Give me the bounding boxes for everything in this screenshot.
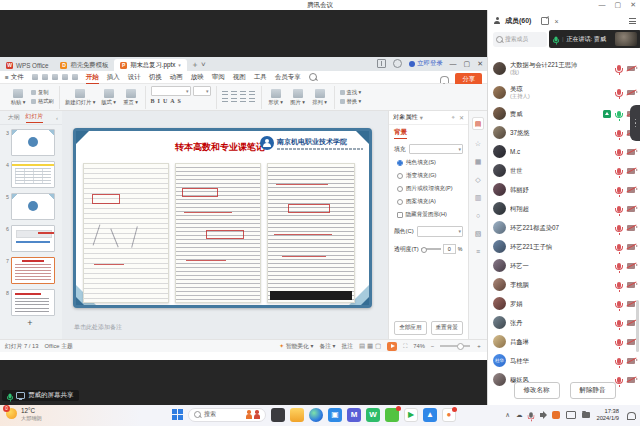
props-button-重置背景[interactable]: 重置背景	[431, 321, 463, 335]
member-row[interactable]: 桂华马桂华	[488, 351, 640, 370]
形状-strip-icon[interactable]: ▦	[475, 157, 482, 166]
wps-minimize-icon[interactable]: —	[450, 60, 457, 68]
mic-muted-icon[interactable]	[617, 320, 621, 326]
radio-icon[interactable]	[397, 186, 403, 192]
mic-muted-icon[interactable]	[617, 301, 621, 307]
alpha-slider[interactable]	[421, 248, 441, 250]
slide-thumbnail-3[interactable]	[11, 129, 55, 156]
mic-muted-icon[interactable]	[617, 263, 621, 269]
mic-tray-icon[interactable]	[530, 412, 534, 417]
camera-off-icon[interactable]	[627, 90, 635, 96]
members-scrollbar[interactable]	[636, 300, 639, 352]
speaker-tray-icon[interactable]	[540, 413, 544, 417]
popout-panel-icon[interactable]	[541, 17, 549, 25]
member-row[interactable]: 吴琼(主持人)	[488, 80, 640, 104]
fill-option[interactable]: 渐变填充(G)	[397, 172, 468, 180]
zoom-slider[interactable]	[440, 345, 470, 347]
收藏-strip-icon[interactable]: ☆	[475, 139, 481, 148]
camera-off-icon[interactable]	[627, 339, 635, 345]
mic-muted-icon[interactable]	[617, 339, 621, 345]
slide-thumbnail-5[interactable]	[11, 193, 55, 220]
login-button[interactable]: 立即登录	[409, 59, 442, 68]
slide-thumbnail-4[interactable]	[11, 161, 55, 188]
panel-collapse-handle[interactable]	[630, 105, 640, 141]
rename-button[interactable]: 修改名称	[514, 382, 560, 399]
netdisk-app-icon[interactable]: ▲	[423, 408, 437, 422]
file-menu[interactable]: ≡ 文件	[5, 73, 24, 82]
props-button-全部应用[interactable]: 全部应用	[394, 321, 426, 335]
mic-muted-icon[interactable]	[617, 358, 621, 364]
camera-off-icon[interactable]	[627, 282, 635, 288]
notes-button[interactable]: 备注 ▾	[319, 342, 335, 351]
member-row[interactable]: 贾威	[488, 104, 640, 123]
fill-type-select[interactable]	[409, 144, 463, 154]
add-slide-button[interactable]: +	[0, 318, 60, 328]
fullscreen-icon[interactable]: ⛶	[403, 343, 407, 350]
camera-off-icon[interactable]	[627, 358, 635, 364]
quick-access-icons[interactable]	[32, 74, 78, 80]
fill-option[interactable]: 隐藏背景图形(H)	[397, 211, 468, 219]
menu-0[interactable]: 开始	[86, 73, 99, 82]
alignment-icons[interactable]	[222, 91, 256, 103]
ribbon-button-格式刷[interactable]: 格式刷	[31, 98, 54, 105]
close-panel-icon[interactable]: ×	[554, 18, 558, 25]
tab-caret-icon[interactable]: ▾	[178, 62, 181, 68]
weather-widget[interactable]: 0 12°C 大部晴朗	[6, 407, 42, 421]
app-m-icon[interactable]: M	[347, 408, 361, 422]
wps-document-tab[interactable]: P期末总复习.pptx▾	[114, 59, 187, 71]
member-row[interactable]: 37悠悠	[488, 123, 640, 142]
alpha-value[interactable]: 0	[443, 244, 456, 254]
notification-center-icon[interactable]	[627, 412, 636, 419]
mic-muted-icon[interactable]	[617, 282, 621, 288]
menu-2[interactable]: 设计	[128, 73, 141, 82]
close-properties-icon[interactable]: ✕	[459, 114, 464, 121]
panel-menu-icon[interactable]	[629, 18, 636, 24]
camera-off-icon[interactable]	[627, 320, 635, 326]
member-row[interactable]: 环艺一	[488, 256, 640, 275]
radio-icon[interactable]	[397, 160, 403, 166]
ribbon-button-替换[interactable]: 替换 ▾	[340, 98, 362, 105]
file-explorer-icon[interactable]	[290, 408, 304, 422]
图表-strip-icon[interactable]: ○	[476, 211, 480, 220]
menu-7[interactable]: 视图	[233, 73, 246, 82]
camera-off-icon[interactable]	[627, 149, 635, 155]
mic-muted-icon[interactable]	[617, 244, 621, 250]
mic-muted-icon[interactable]	[617, 149, 621, 155]
member-row[interactable]: 环艺221王子怡	[488, 237, 640, 256]
mic-muted-icon[interactable]	[617, 89, 621, 95]
cast-tray-icon[interactable]	[566, 411, 576, 419]
cloud-tray-icon[interactable]: ☁	[516, 411, 523, 419]
split-view-icon[interactable]	[377, 59, 386, 68]
mic-muted-icon[interactable]	[617, 206, 621, 212]
font-family-select[interactable]	[151, 86, 191, 96]
close-icon[interactable]: ✕	[630, 0, 636, 10]
start-button[interactable]	[172, 409, 183, 420]
member-row[interactable]: 柯翔超	[488, 199, 640, 218]
checkbox-icon[interactable]	[397, 212, 403, 218]
comments-button[interactable]: 批注	[342, 342, 354, 351]
settings-icon[interactable]	[393, 59, 402, 68]
new-tab-button[interactable]: ＋ ˅	[191, 59, 206, 71]
member-row[interactable]: 环艺221都孟染07	[488, 218, 640, 237]
wps-app-icon[interactable]: W	[366, 408, 380, 422]
collapse-panel-icon[interactable]: ‹	[56, 115, 58, 121]
member-row[interactable]: 韩丽妤	[488, 180, 640, 199]
wechat-icon[interactable]	[385, 408, 399, 422]
mic-muted-icon[interactable]	[617, 65, 621, 71]
orange-app-tray-icon[interactable]	[552, 411, 560, 419]
属性-strip-icon[interactable]: ▤	[472, 117, 485, 130]
slide-thumbnail-8[interactable]	[11, 289, 55, 316]
camera-off-icon[interactable]	[627, 244, 635, 250]
帮助-strip-icon[interactable]: ▧	[475, 229, 482, 238]
zoom-in-button[interactable]: ＋	[476, 342, 482, 351]
menu-1[interactable]: 插入	[107, 73, 120, 82]
radio-icon[interactable]	[397, 199, 403, 205]
slide-thumbnail-6[interactable]	[11, 225, 55, 252]
member-search-input[interactable]: 搜索成员	[493, 32, 547, 47]
member-row[interactable]: 张丹	[488, 313, 640, 332]
camera-off-icon[interactable]	[627, 168, 635, 174]
tab-background[interactable]: 背景	[394, 128, 407, 139]
wps-close-icon[interactable]: ✕	[477, 60, 483, 68]
wps-document-tab[interactable]: WWPS Office	[0, 59, 54, 71]
current-slide[interactable]: 转本高数和专业课笔记 南京机电职业技术学院	[73, 128, 372, 308]
